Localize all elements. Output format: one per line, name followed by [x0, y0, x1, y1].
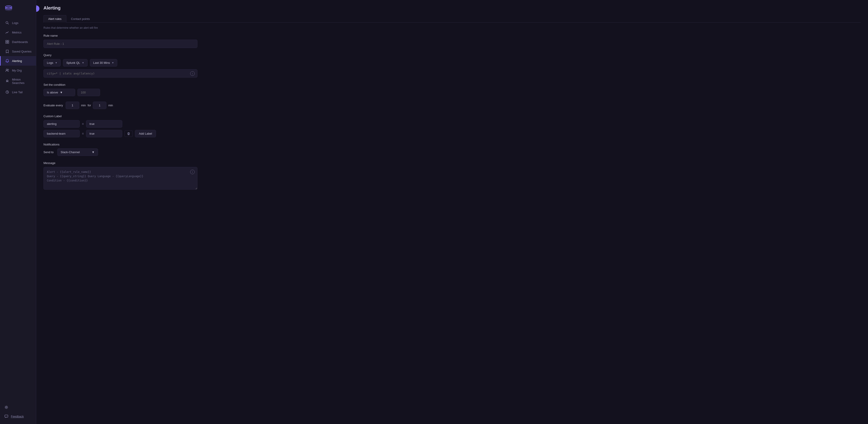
feedback-item[interactable]: Feedback	[0, 412, 36, 420]
message-info-icon[interactable]: i	[190, 170, 195, 174]
feedback-label[interactable]: Feedback	[11, 415, 24, 418]
chart-icon	[5, 30, 9, 34]
chevron-down-icon: ▼	[60, 91, 63, 94]
tabs-bar: Alert rules Contact points	[43, 15, 861, 23]
label-row-1: = Add Label	[43, 130, 861, 137]
message-wrapper: Alert - {{alert_rule_name}} Query - {{qu…	[43, 167, 197, 190]
query-source-value: Logs	[47, 61, 53, 64]
page-subtitle: Rules that determine whether an alert wi…	[43, 26, 861, 29]
query-info-icon[interactable]: i	[190, 71, 195, 76]
evaluate-min-input[interactable]	[66, 102, 79, 109]
set-condition-section: Set the condition Is above ▼	[43, 83, 861, 96]
settings-item[interactable]	[0, 403, 36, 411]
svg-rect-14	[5, 415, 8, 417]
bell-icon	[5, 59, 9, 63]
rule-name-section: Rule name	[43, 34, 861, 48]
sidebar-item-alerting[interactable]: Alerting	[0, 56, 36, 66]
notifications-label: Notifications	[43, 143, 861, 146]
clock-icon	[5, 90, 9, 94]
search-icon	[5, 21, 9, 25]
sidebar-item-logs[interactable]: Logs	[0, 18, 36, 28]
send-to-label: Send to	[43, 151, 54, 154]
query-label: Query	[43, 54, 861, 57]
message-textarea[interactable]: Alert - {{alert_rule_name}} Query - {{qu…	[43, 167, 197, 190]
notifications-row: Send to Slack-Channel ▼	[43, 149, 861, 156]
svg-rect-4	[6, 40, 7, 42]
agent-icon	[5, 79, 9, 83]
chevron-down-icon: ▼	[92, 151, 95, 154]
add-label-button[interactable]: Add Label	[135, 130, 156, 137]
sidebar-item-metrics[interactable]: Metrics	[0, 28, 36, 37]
condition-dropdown[interactable]: Is above ▼	[43, 89, 75, 96]
evaluate-row: Evaluate every min for min	[43, 102, 861, 109]
sidebar-item-my-org[interactable]: My Org	[0, 66, 36, 75]
rule-name-label: Rule name	[43, 34, 861, 37]
sidebar-item-saved-queries[interactable]: Saved Queries	[0, 46, 36, 56]
evaluate-unit-label: min	[81, 104, 86, 107]
tab-contact-points[interactable]: Contact points	[66, 15, 95, 23]
sidebar-item-minion-searches-label: Minion Searches	[12, 78, 31, 85]
query-string-wrapper: i	[43, 69, 197, 77]
svg-point-8	[6, 69, 7, 70]
label-key-input-0[interactable]	[43, 120, 80, 128]
equals-sign-1: =	[82, 132, 84, 135]
tab-alert-rules[interactable]: Alert rules	[43, 15, 66, 23]
delete-label-button-1[interactable]	[125, 131, 133, 137]
sidebar-item-logs-label: Logs	[12, 21, 18, 25]
svg-rect-11	[6, 80, 8, 81]
custom-label-label: Custom Label	[43, 115, 861, 118]
set-condition-label: Set the condition	[43, 83, 861, 87]
sidebar-nav: Logs Metrics Dashboards	[0, 16, 36, 399]
content-area: Alerting Alert rules Contact points Rule…	[36, 0, 868, 424]
svg-rect-5	[7, 40, 9, 42]
evaluate-label: Evaluate every	[43, 104, 63, 107]
sidebar-item-dashboards[interactable]: Dashboards	[0, 37, 36, 46]
message-section: Message Alert - {{alert_rule_name}} Quer…	[43, 161, 861, 190]
svg-rect-6	[6, 42, 7, 43]
label-value-input-0[interactable]	[86, 120, 122, 128]
label-row-0: =	[43, 120, 861, 128]
main-content: Alerting Alert rules Contact points Rule…	[36, 0, 868, 424]
query-time-dropdown[interactable]: Last 30 Mins ▼	[90, 59, 118, 67]
evaluate-section: Evaluate every min for min	[43, 102, 861, 109]
evaluate-for-input[interactable]	[93, 102, 106, 109]
sidebar-item-saved-queries-label: Saved Queries	[12, 50, 31, 53]
custom-label-section: Custom Label = = Add Label	[43, 115, 861, 137]
sidebar-item-minion-searches[interactable]: Minion Searches	[0, 75, 36, 87]
chevron-down-icon: ▼	[112, 62, 114, 64]
evaluate-for-label: for	[88, 104, 91, 107]
grid-icon	[5, 40, 9, 44]
channel-dropdown[interactable]: Slack-Channel ▼	[57, 149, 98, 156]
page-title: Alerting	[43, 5, 861, 11]
svg-point-9	[8, 69, 9, 70]
sidebar-item-my-org-label: My Org	[12, 69, 22, 72]
notifications-section: Notifications Send to Slack-Channel ▼	[43, 143, 861, 156]
condition-threshold-input[interactable]	[78, 89, 100, 96]
query-string-input[interactable]	[43, 69, 197, 77]
users-icon	[5, 68, 9, 72]
chevron-down-icon: ▼	[82, 62, 84, 64]
message-icon	[4, 415, 8, 418]
sidebar: Logs Metrics Dashboards	[0, 0, 36, 424]
label-key-input-1[interactable]	[43, 130, 80, 137]
channel-value: Slack-Channel	[61, 151, 80, 154]
rule-name-input[interactable]	[43, 40, 197, 48]
sidebar-item-live-tail[interactable]: Live Tail	[0, 87, 36, 97]
query-time-value: Last 30 Mins	[93, 61, 110, 64]
sidebar-item-dashboards-label: Dashboards	[12, 40, 28, 44]
svg-rect-7	[7, 42, 9, 43]
sidebar-bottom: Feedback	[0, 399, 36, 424]
condition-value: Is above	[47, 91, 58, 94]
message-label: Message	[43, 161, 861, 165]
sun-icon	[4, 405, 8, 409]
app-logo[interactable]	[0, 0, 36, 16]
label-value-input-1[interactable]	[86, 130, 122, 137]
query-language-dropdown[interactable]: Splunk QL ▼	[63, 59, 88, 67]
query-section: Query Logs ▼ Splunk QL ▼ Last 30 Mins ▼	[43, 54, 861, 77]
sidebar-item-live-tail-label: Live Tail	[12, 91, 23, 94]
bookmark-icon	[5, 49, 9, 54]
evaluate-for-unit-label: min	[108, 104, 113, 107]
query-source-dropdown[interactable]: Logs ▼	[43, 59, 61, 67]
svg-point-13	[6, 406, 7, 408]
query-controls-row: Logs ▼ Splunk QL ▼ Last 30 Mins ▼	[43, 59, 861, 67]
